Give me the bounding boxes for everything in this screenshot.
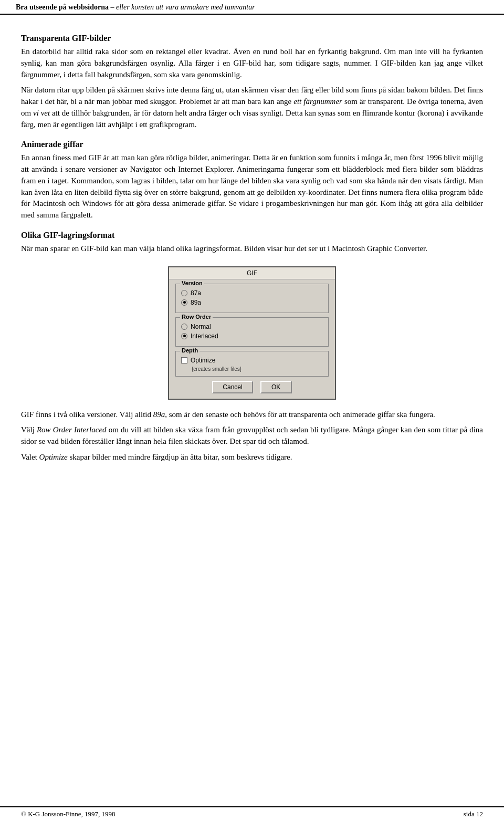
row-order-normal-row[interactable]: Normal [181, 323, 323, 330]
version-89a-label: 89a [191, 299, 201, 306]
dialog-buttons: Cancel OK [175, 381, 329, 393]
cancel-button[interactable]: Cancel [212, 381, 253, 393]
para-transparenta-1: En datorbild har alltid raka sidor som e… [21, 46, 483, 80]
dialog-title: GIF [169, 267, 335, 279]
version-89a-radio[interactable] [181, 299, 187, 306]
section-heading-gif-format: Olika GIF-lagringsformat [21, 231, 483, 240]
version-group: Version 87a 89a [175, 284, 329, 313]
version-group-content: 87a 89a [181, 289, 323, 306]
footer-right: sida 12 [464, 810, 483, 818]
dialog-container: GIF Version 87a 89a [21, 266, 483, 400]
row-order-interlaced-row[interactable]: Interlaced [181, 332, 323, 340]
optimize-checkbox[interactable] [181, 357, 187, 363]
version-group-label: Version [180, 280, 204, 286]
para-gif-format-1: När man sparar en GIF-bild kan man välja… [21, 243, 483, 255]
row-order-group-label: Row Order [180, 314, 213, 320]
content-area: Transparenta GIF-bilder En datorbild har… [0, 15, 504, 806]
row-order-interlaced-label: Interlaced [191, 332, 218, 340]
row-order-normal-radio[interactable] [181, 324, 187, 330]
ok-button[interactable]: OK [260, 381, 292, 393]
page-footer: © K-G Jonsson-Finne, 1997, 1998 sida 12 [0, 806, 504, 821]
row-order-normal-label: Normal [191, 323, 211, 330]
version-87a-radio[interactable] [181, 290, 187, 296]
para-animerade-1: En annan finess med GIF är att man kan g… [21, 152, 483, 221]
header-title-bold: Bra utseende på webbsidorna [16, 3, 109, 11]
section-heading-transparenta: Transparenta GIF-bilder [21, 34, 483, 43]
depth-group-label: Depth [180, 347, 200, 354]
para-after-dialog-3: Valet Optimize skapar bilder med mindre … [21, 452, 483, 463]
version-87a-row[interactable]: 87a [181, 289, 323, 297]
section-heading-animerade: Animerade giffar [21, 140, 483, 149]
depth-group: Depth Optimize {creates smaller files} [175, 351, 329, 377]
para-transparenta-2: När datorn ritar upp bilden på skärmen s… [21, 85, 483, 130]
version-87a-label: 87a [191, 289, 201, 297]
page-header: Bra utseende på webbsidorna – eller kons… [0, 0, 504, 15]
para-after-dialog-2: Välj Row Order Interlaced om du vill att… [21, 424, 483, 448]
row-order-interlaced-radio[interactable] [181, 333, 187, 339]
version-89a-row[interactable]: 89a [181, 299, 323, 306]
optimize-sublabel: {creates smaller files} [192, 366, 323, 372]
para-after-dialog-1: GIF finns i två olika versioner. Välj al… [21, 409, 483, 421]
optimize-row[interactable]: Optimize [181, 357, 323, 364]
depth-group-content: Optimize {creates smaller files} [181, 357, 323, 372]
gif-dialog: GIF Version 87a 89a [168, 266, 336, 400]
dialog-body: Version 87a 89a [169, 279, 335, 399]
row-order-group: Row Order Normal Interlaced [175, 317, 329, 347]
footer-left: © K-G Jonsson-Finne, 1997, 1998 [21, 810, 116, 818]
optimize-label: Optimize [191, 357, 215, 364]
row-order-group-content: Normal Interlaced [181, 323, 323, 340]
page-wrapper: Bra utseende på webbsidorna – eller kons… [0, 0, 504, 821]
header-title-italic: – eller konsten att vara urmakare med tu… [109, 3, 255, 11]
